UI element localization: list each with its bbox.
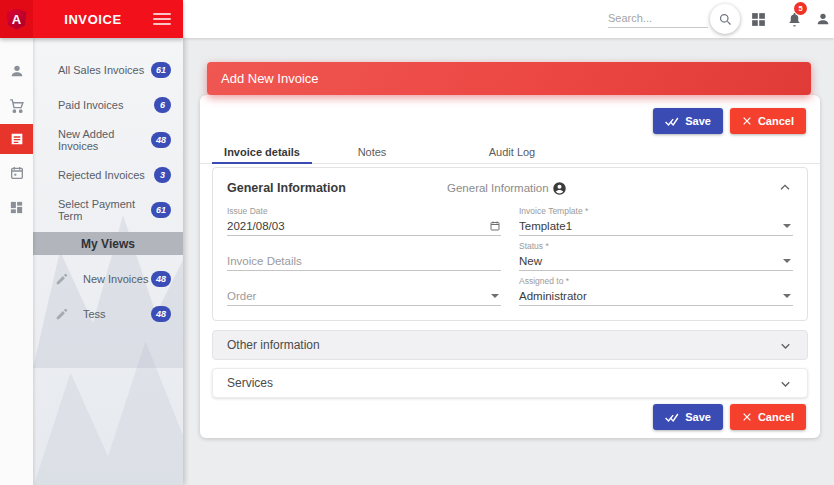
panel-subtitle: General Information bbox=[447, 182, 549, 194]
tab-invoice-details[interactable]: Invoice details bbox=[212, 141, 312, 163]
app-logo[interactable]: A bbox=[0, 0, 33, 38]
sidebar-item-label: New Added Invoices bbox=[58, 128, 151, 152]
icon-rail bbox=[0, 38, 33, 485]
issue-date-value: 2021/08/03 bbox=[227, 220, 489, 232]
person-circle-icon bbox=[552, 181, 567, 196]
count-badge: 48 bbox=[151, 306, 171, 322]
section-label: Other information bbox=[227, 338, 320, 352]
invoice-template-value: Template1 bbox=[519, 220, 783, 232]
save-button-bottom[interactable]: Save bbox=[653, 404, 723, 430]
app-root: A INVOICE All Sales Invoices 61 bbox=[0, 0, 834, 485]
rail-dashboard-icon[interactable] bbox=[0, 190, 33, 224]
status-label: Status * bbox=[519, 241, 793, 252]
chevron-down-icon bbox=[783, 294, 791, 298]
search-icon bbox=[718, 12, 733, 27]
sidebar-item-label: All Sales Invoices bbox=[58, 64, 151, 76]
sidebar-item-label: Rejected Invoices bbox=[58, 169, 154, 181]
section-label: Services bbox=[227, 376, 273, 390]
pencil-icon bbox=[55, 272, 69, 286]
invoice-details-field[interactable]: Invoice Details bbox=[227, 252, 501, 271]
sidebar-item-label: Paid Invoices bbox=[58, 99, 154, 111]
brand-header: A INVOICE bbox=[0, 0, 183, 38]
tab-notes[interactable]: Notes bbox=[312, 141, 432, 163]
user-icon[interactable] bbox=[815, 11, 833, 29]
count-badge: 61 bbox=[151, 202, 171, 218]
section-services[interactable]: Services bbox=[212, 368, 808, 398]
invoice-template-label: Invoice Template * bbox=[519, 206, 793, 217]
notification-badge: 5 bbox=[794, 2, 807, 15]
search-button[interactable] bbox=[710, 4, 740, 34]
my-views-header: My Views bbox=[33, 232, 183, 255]
tab-audit-log[interactable]: Audit Log bbox=[432, 141, 592, 163]
close-icon bbox=[742, 412, 752, 422]
page-title: Add New Invoice bbox=[221, 71, 319, 86]
rail-invoice-icon[interactable] bbox=[0, 124, 33, 154]
issue-date-label: Issue Date bbox=[227, 206, 501, 217]
main-content: Add New Invoice Save Cancel Invo bbox=[183, 38, 834, 485]
count-badge: 48 bbox=[151, 271, 171, 287]
hamburger-menu-icon[interactable] bbox=[153, 10, 171, 28]
angular-logo-icon: A bbox=[7, 9, 27, 30]
count-badge: 61 bbox=[151, 62, 171, 78]
page-title-banner: Add New Invoice bbox=[207, 62, 811, 95]
issue-date-field[interactable]: 2021/08/03 bbox=[227, 217, 501, 236]
sidebar-view-new-invoices[interactable]: New Invoices 48 bbox=[33, 261, 183, 296]
calendar-icon[interactable] bbox=[489, 220, 501, 232]
sidebar-view-tess[interactable]: Tess 48 bbox=[33, 296, 183, 331]
sidebar-item-new-added-invoices[interactable]: New Added Invoices 48 bbox=[33, 122, 183, 157]
save-button-top[interactable]: Save bbox=[653, 108, 723, 134]
chevron-down-icon bbox=[491, 294, 499, 298]
search-input[interactable] bbox=[608, 9, 708, 28]
invoice-form-card: Save Cancel Invoice details Notes Audit … bbox=[200, 95, 820, 438]
invoice-template-select[interactable]: Template1 bbox=[519, 217, 793, 236]
sidebar-item-rejected-invoices[interactable]: Rejected Invoices 3 bbox=[33, 157, 183, 192]
double-check-icon bbox=[665, 412, 679, 423]
chevron-down-icon bbox=[783, 224, 791, 228]
rail-user-icon[interactable] bbox=[0, 54, 33, 88]
order-placeholder: Order bbox=[227, 290, 491, 302]
assigned-to-value: Administrator bbox=[519, 290, 783, 302]
chevron-down-icon bbox=[783, 259, 791, 263]
rail-calendar-icon[interactable] bbox=[0, 156, 33, 190]
order-select[interactable]: Order bbox=[227, 287, 501, 306]
sidebar-item-select-payment-term[interactable]: Select Payment Term 61 bbox=[33, 192, 183, 227]
sidebar-view-label: Tess bbox=[83, 308, 151, 320]
pencil-icon bbox=[55, 307, 69, 321]
chevron-down-icon bbox=[778, 338, 793, 353]
chevron-down-icon bbox=[778, 376, 793, 391]
status-value: New bbox=[519, 255, 783, 267]
assigned-to-select[interactable]: Administrator bbox=[519, 287, 793, 306]
count-badge: 48 bbox=[151, 132, 171, 148]
status-select[interactable]: New bbox=[519, 252, 793, 271]
sidebar: All Sales Invoices 61 Paid Invoices 6 Ne… bbox=[33, 38, 183, 485]
tab-bar: Invoice details Notes Audit Log bbox=[200, 141, 820, 164]
app-title: INVOICE bbox=[33, 12, 153, 27]
count-badge: 6 bbox=[154, 97, 171, 113]
section-other-information[interactable]: Other information bbox=[212, 330, 808, 360]
collapse-chevron-up-icon[interactable] bbox=[777, 180, 793, 196]
close-icon bbox=[742, 116, 752, 126]
panel-title: General Information bbox=[227, 181, 447, 195]
sidebar-item-paid-invoices[interactable]: Paid Invoices 6 bbox=[33, 87, 183, 122]
topbar: 5 bbox=[183, 0, 834, 38]
apps-grid-icon[interactable] bbox=[750, 11, 768, 29]
invoice-details-placeholder: Invoice Details bbox=[227, 255, 501, 267]
sidebar-item-label: Select Payment Term bbox=[58, 198, 151, 222]
rail-cart-icon[interactable] bbox=[0, 88, 33, 122]
sidebar-view-label: New Invoices bbox=[83, 273, 151, 285]
count-badge: 3 bbox=[154, 167, 171, 183]
double-check-icon bbox=[665, 116, 679, 127]
cancel-button-bottom[interactable]: Cancel bbox=[730, 404, 806, 430]
cancel-button-top[interactable]: Cancel bbox=[730, 108, 806, 134]
general-information-panel: General Information General Information bbox=[212, 167, 808, 321]
assigned-to-label: Assigned to * bbox=[519, 276, 793, 287]
sidebar-item-all-sales-invoices[interactable]: All Sales Invoices 61 bbox=[33, 52, 183, 87]
